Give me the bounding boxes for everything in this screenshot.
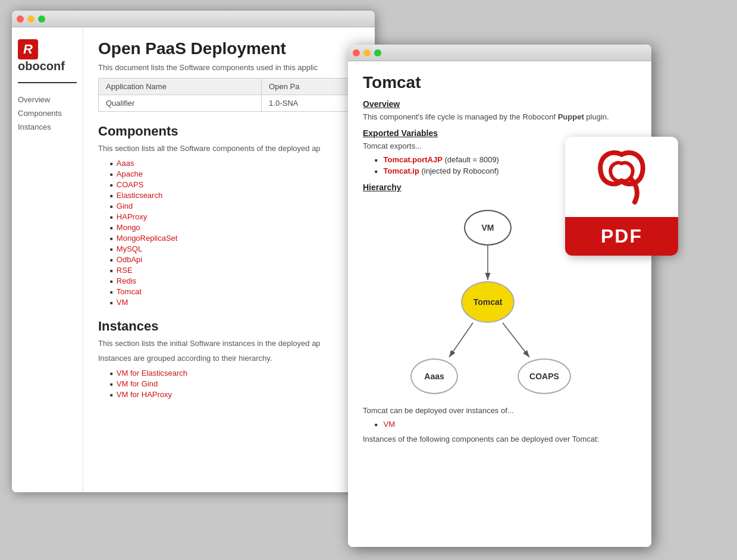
components-list: Aaas Apache COAPS Elasticsearch Gind HAP…: [98, 159, 360, 307]
instances-desc2: Instances are grouped according to their…: [98, 354, 360, 363]
logo: Roboconf: [18, 39, 77, 83]
pdf-icon[interactable]: PDF: [565, 137, 690, 268]
list-item: Gind: [110, 202, 360, 210]
table-header-appname: Application Name: [99, 78, 262, 95]
instances-desc: This section lists the initial Software …: [98, 339, 360, 348]
component-link-mongo[interactable]: Mongo: [117, 223, 140, 232]
maximize-button-back[interactable]: [38, 15, 45, 23]
list-item: COAPS: [110, 180, 360, 189]
component-link-elasticsearch[interactable]: Elasticsearch: [117, 191, 162, 200]
sidebar-item-instances[interactable]: Instances: [18, 122, 77, 131]
logo-letter: R: [18, 39, 38, 59]
sidebar-item-overview[interactable]: Overview: [18, 95, 77, 104]
window-back: Roboconf Overview Components Instances O…: [12, 11, 375, 492]
components-desc: This section lists all the Software comp…: [98, 144, 360, 153]
deploy-list: VM: [363, 420, 636, 429]
list-item: HAProxy: [110, 212, 360, 221]
component-link-mysql[interactable]: MySQL: [117, 244, 142, 253]
exported-item-1-normal: (injected by Roboconf): [419, 166, 499, 175]
close-button-back[interactable]: [17, 15, 24, 23]
pdf-red-bar: PDF: [565, 217, 678, 256]
components-heading: Components: [98, 124, 360, 139]
window-content-back: Roboconf Overview Components Instances O…: [12, 27, 375, 492]
component-link-aaas[interactable]: Aaas: [117, 159, 134, 168]
doc-main: Open PaaS Deployment This document lists…: [83, 27, 375, 492]
exported-item-0-red: Tomcat.portAJP: [383, 155, 442, 164]
deploy-vm-item: VM: [375, 420, 636, 429]
minimize-button-back[interactable]: [27, 15, 35, 23]
list-item: RSE: [110, 266, 360, 275]
overview-text: This component's life cycle is managed b…: [363, 112, 636, 121]
list-item: Aaas: [110, 159, 360, 168]
component-link-vm[interactable]: VM: [117, 298, 128, 307]
window-front: Tomcat Overview This component's life cy…: [348, 45, 651, 547]
close-button-front[interactable]: [353, 49, 360, 56]
svg-line-2: [449, 323, 473, 357]
tomcat-title: Tomcat: [363, 73, 636, 92]
node-vm: VM: [464, 210, 512, 246]
instance-link-vm-haproxy[interactable]: VM for HAProxy: [117, 390, 172, 399]
instances-over-tomcat-text: Instances of the following components ca…: [363, 435, 636, 443]
tomcat-content: Tomcat Overview This component's life cy…: [348, 61, 651, 547]
component-link-apache[interactable]: Apache: [117, 169, 143, 178]
list-item: VM: [110, 298, 360, 307]
node-tomcat-label: Tomcat: [473, 297, 503, 307]
list-item: Mongo: [110, 223, 360, 232]
instance-link-vm-elasticsearch[interactable]: VM for Elasticsearch: [117, 369, 187, 377]
component-link-tomcat[interactable]: Tomcat: [117, 287, 142, 296]
list-item: Apache: [110, 169, 360, 178]
table-header-openpa: Open Pa: [262, 78, 360, 95]
pdf-paper: PDF: [565, 137, 678, 256]
instance-link-vm-gind[interactable]: VM for Gind: [117, 379, 158, 388]
exported-item-1-red: Tomcat.ip: [383, 166, 419, 175]
deploy-vm-link[interactable]: VM: [383, 420, 395, 429]
list-item: Elasticsearch: [110, 191, 360, 200]
deploy-text: Tomcat can be deployed over instances of…: [363, 406, 636, 415]
sidebar: Roboconf Overview Components Instances: [12, 27, 83, 492]
list-item: MySQL: [110, 244, 360, 253]
node-coaps-label: COAPS: [529, 372, 559, 381]
list-item: MongoReplicaSet: [110, 234, 360, 243]
overview-text-bold: Puppet: [558, 112, 584, 121]
component-link-gind[interactable]: Gind: [117, 202, 133, 210]
component-link-odbapi[interactable]: OdbApi: [117, 255, 142, 264]
instances-list: VM for Elasticsearch VM for Gind VM for …: [98, 369, 360, 399]
list-item: VM for HAProxy: [110, 390, 360, 399]
table-cell-qualifier: Qualifier: [99, 95, 262, 112]
titlebar-front: [348, 45, 651, 61]
table-cell-version: 1.0-SNA: [262, 95, 360, 112]
overview-text-pre: This component's life cycle is managed b…: [363, 112, 558, 121]
doc-table: Application Name Open Pa Qualifier 1.0-S…: [98, 78, 360, 112]
component-link-mongoreplicaset[interactable]: MongoReplicaSet: [117, 234, 178, 243]
node-vm-label: VM: [482, 223, 494, 232]
maximize-button-front[interactable]: [374, 49, 381, 56]
list-item: OdbApi: [110, 255, 360, 264]
doc-main-title: Open PaaS Deployment: [98, 39, 360, 58]
acrobat-icon: [592, 146, 651, 213]
instances-heading: Instances: [98, 319, 360, 334]
overview-heading: Overview: [363, 99, 636, 109]
svg-line-3: [503, 323, 529, 357]
component-link-haproxy[interactable]: HAProxy: [117, 212, 147, 221]
node-coaps: COAPS: [518, 358, 571, 394]
list-item: Redis: [110, 276, 360, 285]
logo-text: oboconf: [18, 59, 65, 73]
list-item: VM for Elasticsearch: [110, 369, 360, 377]
pdf-label: PDF: [601, 225, 642, 247]
doc-main-desc: This document lists the Software compone…: [98, 63, 360, 72]
node-aaas-label: Aaas: [424, 372, 444, 381]
minimize-button-front[interactable]: [363, 49, 371, 56]
component-link-redis[interactable]: Redis: [117, 276, 136, 285]
list-item: VM for Gind: [110, 379, 360, 388]
sidebar-nav: Overview Components Instances: [18, 95, 77, 131]
component-link-rse[interactable]: RSE: [117, 266, 133, 275]
list-item: Tomcat: [110, 287, 360, 296]
sidebar-item-components[interactable]: Components: [18, 109, 77, 118]
node-tomcat: Tomcat: [461, 281, 515, 323]
overview-text-post: plugin.: [584, 112, 609, 121]
node-aaas: Aaas: [410, 358, 458, 394]
exported-item-0-normal: (default = 8009): [443, 155, 499, 164]
titlebar-back: [12, 11, 375, 27]
component-link-coaps[interactable]: COAPS: [117, 180, 144, 189]
